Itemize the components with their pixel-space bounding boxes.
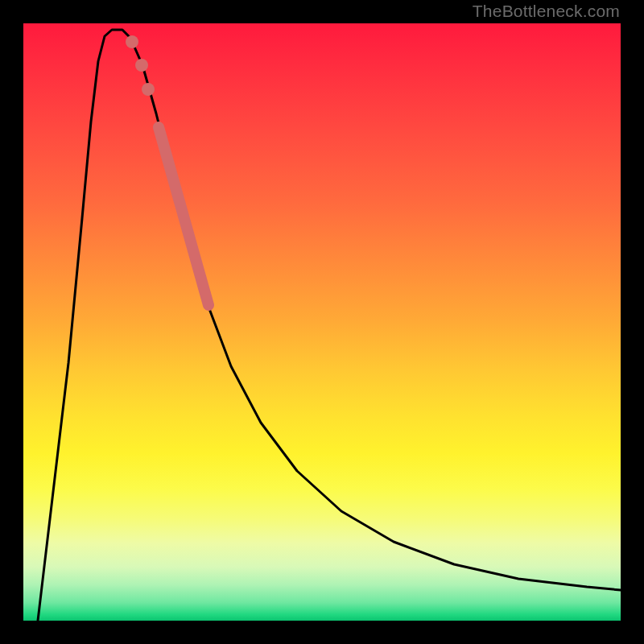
- highlight-band: [159, 127, 208, 305]
- plot-area: [23, 23, 621, 621]
- bottleneck-curve: [38, 30, 621, 621]
- chart-frame: TheBottleneck.com: [0, 0, 644, 644]
- watermark-label: TheBottleneck.com: [473, 2, 620, 21]
- highlight-dot: [126, 35, 138, 48]
- highlight-dot: [135, 59, 148, 72]
- highlight-dot: [142, 83, 155, 96]
- highlight-dots: [126, 35, 155, 96]
- curve-layer: [23, 23, 621, 621]
